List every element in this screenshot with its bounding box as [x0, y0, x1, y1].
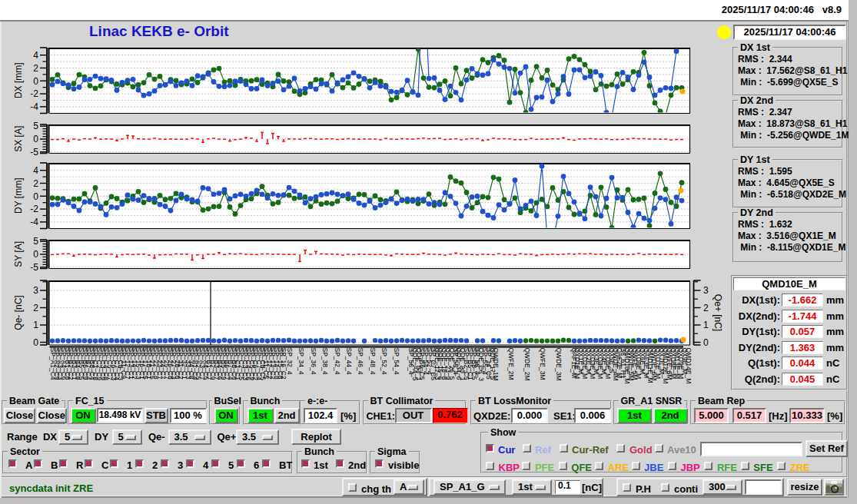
- svg-text:-2: -2: [30, 88, 38, 99]
- svg-text:4: 4: [33, 50, 38, 61]
- svg-text:Qe- [nC]: Qe- [nC]: [13, 295, 24, 330]
- svg-text:-2: -2: [30, 204, 38, 214]
- svg-text:5: 5: [33, 121, 38, 131]
- svg-text:5: 5: [33, 236, 38, 247]
- svg-text:DX [mm]: DX [mm]: [13, 62, 24, 98]
- svg-text:SP_32_4: SP_32_4: [286, 348, 294, 375]
- svg-text:SP_54_4: SP_54_4: [393, 348, 400, 375]
- svg-text:SP_36_4: SP_36_4: [310, 348, 317, 375]
- svg-text:SP_34_4: SP_34_4: [297, 348, 305, 375]
- svg-text:-4: -4: [30, 217, 38, 227]
- svg-text:3: 3: [703, 285, 709, 296]
- svg-text:0: 0: [703, 337, 709, 348]
- svg-text:2: 2: [33, 178, 38, 189]
- svg-text:SP_44_4: SP_44_4: [345, 348, 353, 375]
- svg-text:2: 2: [33, 303, 38, 313]
- svg-text:SP_48_4: SP_48_4: [369, 348, 377, 375]
- svg-text:SX [A]: SX [A]: [13, 126, 24, 152]
- svg-text:QMD14E_M: QMD14E_M: [685, 348, 693, 384]
- svg-text:SP_46_4: SP_46_4: [357, 348, 364, 375]
- svg-text:-5: -5: [30, 147, 38, 158]
- svg-text:-4: -4: [30, 101, 38, 112]
- svg-text:QWFE_3M: QWFE_3M: [539, 348, 546, 380]
- svg-text:QWDE_3M: QWDE_3M: [555, 348, 563, 381]
- svg-text:0: 0: [33, 76, 38, 87]
- svg-text:-5: -5: [30, 262, 38, 273]
- svg-text:SP_52_4: SP_52_4: [380, 348, 388, 375]
- svg-text:3: 3: [33, 285, 38, 296]
- svg-text:Qe+ [nC]: Qe+ [nC]: [713, 294, 722, 331]
- svg-text:2: 2: [703, 303, 709, 313]
- svg-text:QWDE_1M: QWDE_1M: [492, 348, 500, 381]
- svg-text:QWFE_2M: QWFE_2M: [507, 348, 515, 380]
- svg-text:2: 2: [33, 63, 38, 74]
- svg-text:SY [A]: SY [A]: [13, 241, 24, 267]
- svg-text:0: 0: [33, 337, 38, 348]
- svg-text:SP_42_4: SP_42_4: [334, 348, 341, 375]
- svg-text:0: 0: [33, 249, 38, 260]
- svg-text:0: 0: [33, 191, 38, 202]
- svg-text:1: 1: [703, 320, 709, 330]
- svg-text:DY [mm]: DY [mm]: [13, 178, 24, 214]
- svg-text:QWDE_2M: QWDE_2M: [523, 348, 531, 381]
- svg-text:1: 1: [33, 320, 38, 330]
- svg-text:4: 4: [33, 165, 38, 176]
- svg-text:SP_38_4: SP_38_4: [321, 348, 329, 375]
- svg-text:0: 0: [33, 134, 38, 144]
